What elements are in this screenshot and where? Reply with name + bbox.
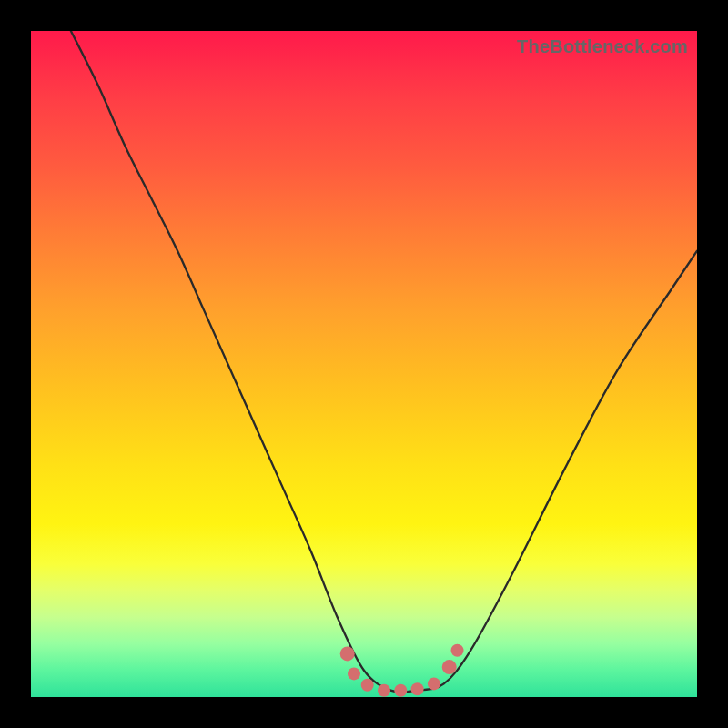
chart-frame: TheBottleneck.com — [0, 0, 728, 728]
curve-marker — [428, 677, 440, 690]
curve-marker — [442, 660, 457, 674]
curve-marker — [378, 684, 390, 697]
curve-marker — [394, 684, 407, 697]
curve-marker — [348, 667, 360, 680]
curve-marker — [451, 644, 464, 657]
chart-svg — [31, 31, 697, 697]
bottleneck-curve — [71, 31, 697, 693]
curve-marker — [340, 646, 355, 661]
curve-marker — [361, 679, 374, 692]
curve-marker — [411, 682, 424, 695]
plot-area: TheBottleneck.com — [31, 31, 697, 697]
curve-markers — [340, 644, 464, 697]
